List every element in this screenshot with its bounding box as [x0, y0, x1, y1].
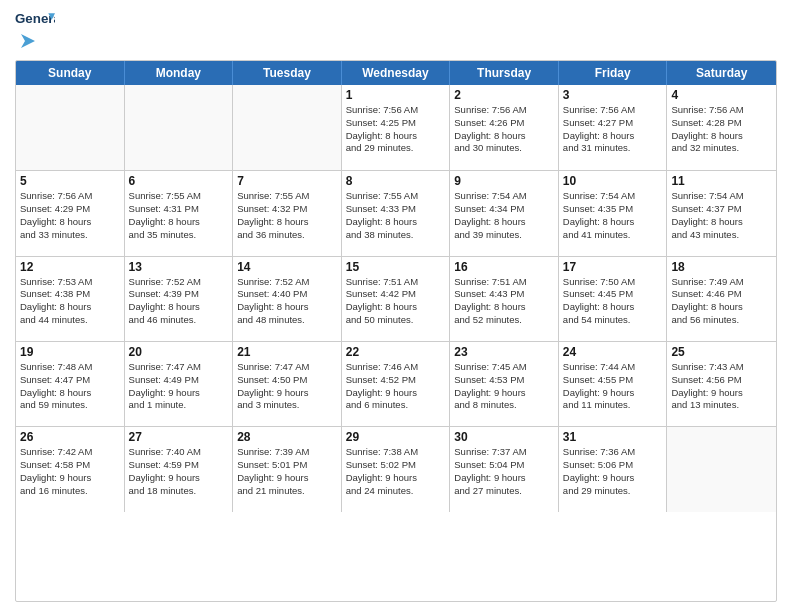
day-info: Sunrise: 7:54 AM Sunset: 4:37 PM Dayligh… [671, 190, 772, 241]
day-number: 26 [20, 430, 120, 444]
day-number: 2 [454, 88, 554, 102]
day-number: 23 [454, 345, 554, 359]
day-number: 20 [129, 345, 229, 359]
calendar-week-row: 19Sunrise: 7:48 AM Sunset: 4:47 PM Dayli… [16, 341, 776, 426]
day-info: Sunrise: 7:56 AM Sunset: 4:28 PM Dayligh… [671, 104, 772, 155]
day-number: 25 [671, 345, 772, 359]
day-number: 27 [129, 430, 229, 444]
day-info: Sunrise: 7:52 AM Sunset: 4:39 PM Dayligh… [129, 276, 229, 327]
calendar-header: SundayMondayTuesdayWednesdayThursdayFrid… [16, 61, 776, 85]
day-info: Sunrise: 7:56 AM Sunset: 4:29 PM Dayligh… [20, 190, 120, 241]
day-info: Sunrise: 7:50 AM Sunset: 4:45 PM Dayligh… [563, 276, 663, 327]
day-info: Sunrise: 7:56 AM Sunset: 4:27 PM Dayligh… [563, 104, 663, 155]
day-info: Sunrise: 7:55 AM Sunset: 4:33 PM Dayligh… [346, 190, 446, 241]
calendar-day-cell: 4Sunrise: 7:56 AM Sunset: 4:28 PM Daylig… [667, 85, 776, 170]
day-number: 11 [671, 174, 772, 188]
day-number: 17 [563, 260, 663, 274]
day-number: 12 [20, 260, 120, 274]
calendar-day-cell [667, 427, 776, 511]
calendar-day-cell: 7Sunrise: 7:55 AM Sunset: 4:32 PM Daylig… [233, 171, 342, 255]
day-number: 30 [454, 430, 554, 444]
weekday-header: Saturday [667, 61, 776, 85]
day-number: 15 [346, 260, 446, 274]
calendar-day-cell: 22Sunrise: 7:46 AM Sunset: 4:52 PM Dayli… [342, 342, 451, 426]
day-info: Sunrise: 7:51 AM Sunset: 4:42 PM Dayligh… [346, 276, 446, 327]
calendar-day-cell: 14Sunrise: 7:52 AM Sunset: 4:40 PM Dayli… [233, 257, 342, 341]
day-number: 7 [237, 174, 337, 188]
day-number: 8 [346, 174, 446, 188]
day-info: Sunrise: 7:44 AM Sunset: 4:55 PM Dayligh… [563, 361, 663, 412]
calendar-day-cell: 15Sunrise: 7:51 AM Sunset: 4:42 PM Dayli… [342, 257, 451, 341]
day-info: Sunrise: 7:46 AM Sunset: 4:52 PM Dayligh… [346, 361, 446, 412]
calendar-day-cell: 18Sunrise: 7:49 AM Sunset: 4:46 PM Dayli… [667, 257, 776, 341]
calendar-day-cell: 30Sunrise: 7:37 AM Sunset: 5:04 PM Dayli… [450, 427, 559, 511]
day-info: Sunrise: 7:47 AM Sunset: 4:50 PM Dayligh… [237, 361, 337, 412]
day-info: Sunrise: 7:53 AM Sunset: 4:38 PM Dayligh… [20, 276, 120, 327]
calendar-day-cell: 9Sunrise: 7:54 AM Sunset: 4:34 PM Daylig… [450, 171, 559, 255]
calendar-week-row: 5Sunrise: 7:56 AM Sunset: 4:29 PM Daylig… [16, 170, 776, 255]
svg-marker-2 [21, 34, 35, 48]
day-number: 9 [454, 174, 554, 188]
day-info: Sunrise: 7:48 AM Sunset: 4:47 PM Dayligh… [20, 361, 120, 412]
calendar-day-cell: 12Sunrise: 7:53 AM Sunset: 4:38 PM Dayli… [16, 257, 125, 341]
page-container: General SundayMondayTuesdayWednesdayThur… [0, 0, 792, 612]
calendar-day-cell: 6Sunrise: 7:55 AM Sunset: 4:31 PM Daylig… [125, 171, 234, 255]
day-number: 31 [563, 430, 663, 444]
day-info: Sunrise: 7:52 AM Sunset: 4:40 PM Dayligh… [237, 276, 337, 327]
calendar-day-cell: 31Sunrise: 7:36 AM Sunset: 5:06 PM Dayli… [559, 427, 668, 511]
calendar-day-cell: 5Sunrise: 7:56 AM Sunset: 4:29 PM Daylig… [16, 171, 125, 255]
day-number: 10 [563, 174, 663, 188]
calendar-day-cell: 21Sunrise: 7:47 AM Sunset: 4:50 PM Dayli… [233, 342, 342, 426]
weekday-header: Wednesday [342, 61, 451, 85]
day-info: Sunrise: 7:56 AM Sunset: 4:25 PM Dayligh… [346, 104, 446, 155]
calendar-day-cell: 11Sunrise: 7:54 AM Sunset: 4:37 PM Dayli… [667, 171, 776, 255]
day-info: Sunrise: 7:37 AM Sunset: 5:04 PM Dayligh… [454, 446, 554, 497]
day-number: 28 [237, 430, 337, 444]
calendar-day-cell [233, 85, 342, 170]
day-number: 3 [563, 88, 663, 102]
day-info: Sunrise: 7:43 AM Sunset: 4:56 PM Dayligh… [671, 361, 772, 412]
day-info: Sunrise: 7:38 AM Sunset: 5:02 PM Dayligh… [346, 446, 446, 497]
calendar-day-cell: 1Sunrise: 7:56 AM Sunset: 4:25 PM Daylig… [342, 85, 451, 170]
calendar-day-cell: 24Sunrise: 7:44 AM Sunset: 4:55 PM Dayli… [559, 342, 668, 426]
day-number: 18 [671, 260, 772, 274]
header: General [15, 10, 777, 52]
calendar-day-cell [16, 85, 125, 170]
calendar-day-cell: 28Sunrise: 7:39 AM Sunset: 5:01 PM Dayli… [233, 427, 342, 511]
day-info: Sunrise: 7:42 AM Sunset: 4:58 PM Dayligh… [20, 446, 120, 497]
calendar-day-cell: 3Sunrise: 7:56 AM Sunset: 4:27 PM Daylig… [559, 85, 668, 170]
calendar-day-cell: 29Sunrise: 7:38 AM Sunset: 5:02 PM Dayli… [342, 427, 451, 511]
day-number: 13 [129, 260, 229, 274]
day-number: 4 [671, 88, 772, 102]
calendar-day-cell: 19Sunrise: 7:48 AM Sunset: 4:47 PM Dayli… [16, 342, 125, 426]
logo: General [15, 10, 55, 52]
calendar-week-row: 26Sunrise: 7:42 AM Sunset: 4:58 PM Dayli… [16, 426, 776, 511]
day-number: 21 [237, 345, 337, 359]
day-number: 1 [346, 88, 446, 102]
calendar-day-cell: 27Sunrise: 7:40 AM Sunset: 4:59 PM Dayli… [125, 427, 234, 511]
calendar-day-cell: 26Sunrise: 7:42 AM Sunset: 4:58 PM Dayli… [16, 427, 125, 511]
day-number: 19 [20, 345, 120, 359]
weekday-header: Monday [125, 61, 234, 85]
calendar-day-cell [125, 85, 234, 170]
day-number: 6 [129, 174, 229, 188]
day-info: Sunrise: 7:51 AM Sunset: 4:43 PM Dayligh… [454, 276, 554, 327]
logo-arrow-icon [17, 32, 35, 50]
logo-icon: General [15, 10, 55, 30]
weekday-header: Friday [559, 61, 668, 85]
day-number: 29 [346, 430, 446, 444]
calendar-day-cell: 8Sunrise: 7:55 AM Sunset: 4:33 PM Daylig… [342, 171, 451, 255]
calendar-week-row: 1Sunrise: 7:56 AM Sunset: 4:25 PM Daylig… [16, 85, 776, 170]
day-info: Sunrise: 7:54 AM Sunset: 4:34 PM Dayligh… [454, 190, 554, 241]
calendar-day-cell: 13Sunrise: 7:52 AM Sunset: 4:39 PM Dayli… [125, 257, 234, 341]
calendar-day-cell: 25Sunrise: 7:43 AM Sunset: 4:56 PM Dayli… [667, 342, 776, 426]
day-info: Sunrise: 7:36 AM Sunset: 5:06 PM Dayligh… [563, 446, 663, 497]
calendar-day-cell: 2Sunrise: 7:56 AM Sunset: 4:26 PM Daylig… [450, 85, 559, 170]
weekday-header: Thursday [450, 61, 559, 85]
day-info: Sunrise: 7:55 AM Sunset: 4:32 PM Dayligh… [237, 190, 337, 241]
day-number: 24 [563, 345, 663, 359]
day-info: Sunrise: 7:45 AM Sunset: 4:53 PM Dayligh… [454, 361, 554, 412]
day-info: Sunrise: 7:54 AM Sunset: 4:35 PM Dayligh… [563, 190, 663, 241]
day-info: Sunrise: 7:39 AM Sunset: 5:01 PM Dayligh… [237, 446, 337, 497]
calendar-day-cell: 20Sunrise: 7:47 AM Sunset: 4:49 PM Dayli… [125, 342, 234, 426]
